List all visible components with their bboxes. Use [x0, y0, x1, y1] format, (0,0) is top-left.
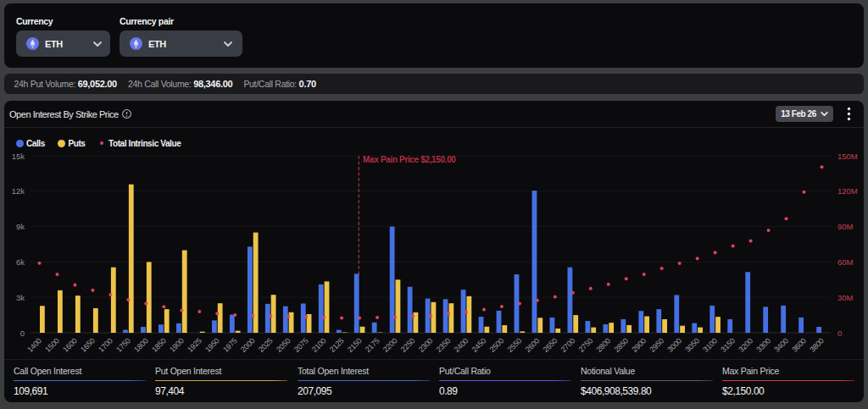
svg-text:3200: 3200	[737, 336, 754, 354]
svg-text:30M: 30M	[837, 293, 854, 302]
svg-text:6k: 6k	[16, 257, 25, 267]
svg-text:2600: 2600	[524, 336, 542, 354]
svg-text:1900: 1900	[168, 336, 186, 354]
svg-text:1750: 1750	[114, 336, 132, 354]
svg-text:2000: 2000	[239, 336, 257, 354]
svg-text:2125: 2125	[328, 336, 346, 354]
svg-text:1950: 1950	[203, 336, 221, 354]
svg-text:2250: 2250	[399, 336, 417, 354]
svg-text:0: 0	[20, 329, 25, 338]
svg-text:90M: 90M	[837, 222, 854, 231]
svg-text:1500: 1500	[43, 336, 61, 354]
svg-text:2400: 2400	[453, 336, 470, 354]
svg-text:2450: 2450	[470, 336, 488, 354]
svg-text:2150: 2150	[346, 336, 364, 354]
svg-text:2850: 2850	[613, 336, 631, 354]
svg-text:3400: 3400	[772, 336, 790, 354]
svg-text:3050: 3050	[683, 336, 701, 354]
svg-text:2700: 2700	[559, 336, 577, 354]
svg-text:2950: 2950	[648, 336, 665, 354]
svg-text:3150: 3150	[719, 336, 737, 354]
svg-text:1700: 1700	[97, 336, 114, 354]
svg-text:1925: 1925	[186, 336, 203, 354]
svg-text:1975: 1975	[221, 336, 239, 354]
svg-text:2500: 2500	[488, 336, 506, 354]
svg-text:2175: 2175	[364, 336, 381, 354]
svg-text:2075: 2075	[292, 336, 310, 354]
svg-text:3800: 3800	[808, 336, 826, 354]
svg-text:12k: 12k	[12, 186, 25, 196]
svg-text:0: 0	[837, 329, 842, 338]
svg-text:2550: 2550	[506, 336, 524, 354]
svg-text:60M: 60M	[837, 257, 854, 267]
svg-text:1650: 1650	[79, 336, 97, 354]
svg-text:15k: 15k	[12, 152, 25, 161]
svg-text:1850: 1850	[150, 336, 168, 354]
svg-text:2050: 2050	[275, 336, 292, 354]
svg-text:2800: 2800	[595, 336, 613, 354]
svg-text:2025: 2025	[257, 336, 275, 354]
svg-text:3100: 3100	[701, 336, 719, 354]
svg-text:1600: 1600	[61, 336, 79, 354]
svg-text:Max Pain Price $2,150.00: Max Pain Price $2,150.00	[363, 155, 456, 164]
svg-text:3000: 3000	[665, 336, 683, 354]
svg-text:1400: 1400	[25, 336, 43, 354]
svg-text:2650: 2650	[542, 336, 559, 354]
svg-text:2100: 2100	[310, 336, 328, 354]
svg-text:3300: 3300	[754, 336, 772, 354]
svg-text:2900: 2900	[630, 336, 648, 354]
svg-text:2300: 2300	[417, 336, 435, 354]
svg-text:3600: 3600	[790, 336, 808, 354]
svg-text:120M: 120M	[837, 186, 858, 196]
svg-text:2750: 2750	[577, 336, 595, 354]
svg-text:9k: 9k	[16, 222, 25, 231]
svg-text:1800: 1800	[132, 336, 150, 354]
svg-text:150M: 150M	[837, 152, 858, 161]
svg-text:2350: 2350	[435, 336, 453, 354]
svg-text:3k: 3k	[16, 293, 25, 302]
svg-text:2200: 2200	[381, 336, 399, 354]
